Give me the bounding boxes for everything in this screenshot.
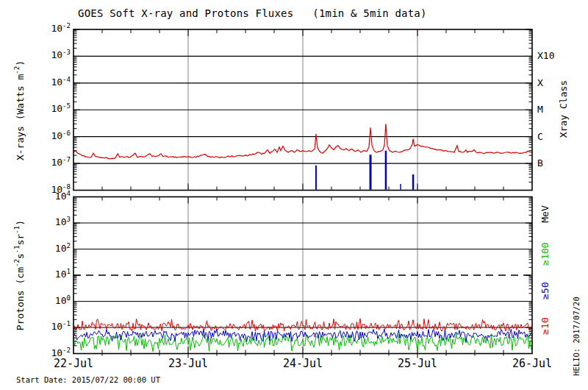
plot-canvas (0, 0, 588, 390)
mev-axis-title: MeV (540, 205, 550, 222)
xray-class-label: C (537, 132, 543, 141)
xray-class-label: X10 (537, 51, 554, 60)
proton-ytick-label: 102 (28, 244, 71, 253)
helio-watermark: HELIO: 2017/07/20 (573, 297, 581, 375)
goes-flux-chart: GOES Soft X-ray and Protons Fluxes (1min… (0, 0, 588, 390)
start-date-note: Start Date: 2015/07/22 00:00 UT (16, 376, 160, 384)
xray-ytick-label: 10-3 (28, 50, 71, 60)
proton-ytick-label: 10-2 (28, 348, 71, 358)
proton-threshold-legend-protons-ge50MeV: ≥50 (540, 282, 550, 299)
proton-ytick-label: 100 (28, 296, 71, 305)
x-date-label: 25-Jul (384, 358, 451, 369)
proton-y-axis-title: Protons (cm-2s-1sr-1) (15, 220, 25, 330)
xray-ytick-label: 10-4 (28, 77, 71, 87)
proton-threshold-legend-protons-ge100MeV: ≥100 (540, 242, 550, 265)
proton-ytick-label: 104 (28, 191, 71, 201)
chart-title: GOES Soft X-ray and Protons Fluxes (1min… (78, 8, 427, 18)
xray-class-label: B (537, 158, 543, 168)
x-date-label: 26-Jul (499, 358, 565, 369)
xray-ytick-label: 10-7 (28, 157, 71, 167)
x-date-label: 24-Jul (270, 358, 336, 369)
xray-ytick-label: 10-6 (28, 131, 71, 141)
xray-class-label: M (537, 104, 543, 114)
x-date-label: 23-Jul (155, 358, 221, 369)
proton-ytick-label: 101 (28, 269, 71, 279)
x-date-label: 22-Jul (40, 358, 107, 369)
proton-threshold-legend-protons-ge10MeV: ≥10 (540, 317, 550, 334)
proton-ytick-label: 10-1 (28, 322, 71, 331)
xray-y-axis-title: X-rays (Watts m-2) (15, 60, 25, 160)
xray-class-label: X (537, 78, 543, 88)
xray-ytick-label: 10-5 (28, 104, 71, 113)
xray-ytick-label: 10-2 (28, 24, 71, 33)
xray-class-axis-title: Xray Class (559, 80, 568, 138)
proton-ytick-label: 103 (28, 217, 71, 227)
